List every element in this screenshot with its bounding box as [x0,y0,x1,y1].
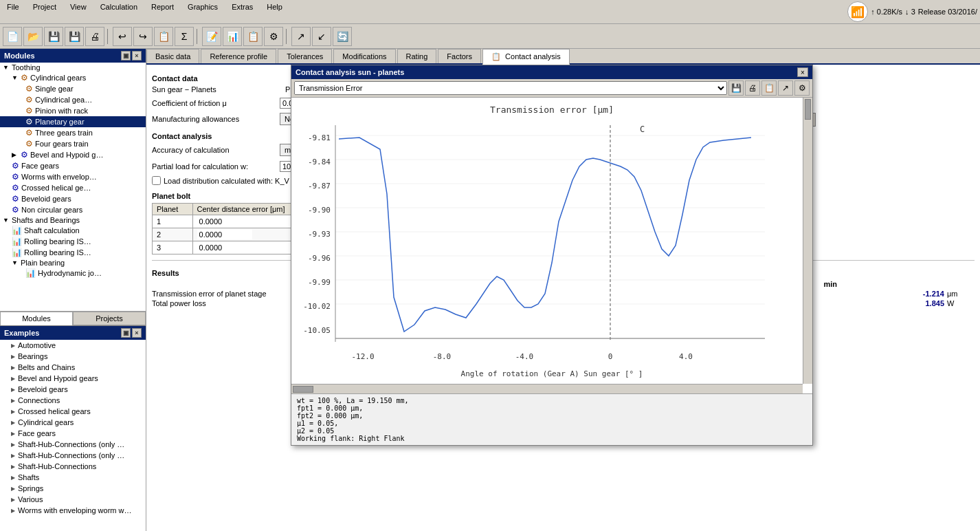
tree-pinion-rack[interactable]: ⚙ Pinion with rack [0,105,146,116]
example-belts[interactable]: Belts and Chains [0,362,146,373]
dialog-dropdown[interactable]: Transmission Error [294,81,727,95]
tree-shafts-bearings[interactable]: ▼ Shafts and Bearings [0,215,146,225]
example-springs[interactable]: Springs [0,483,146,494]
info-line-4: μ1 = 0.05, [297,420,807,427]
toolbar-save[interactable]: 💾 [44,27,63,46]
tree-rolling-bearing2[interactable]: 📊 Rolling bearing IS… [0,247,146,258]
example-automotive[interactable]: Automotive [0,340,146,351]
toolbar-export1[interactable]: ↗ [291,27,311,46]
menu-report[interactable]: Report [147,1,178,22]
menu-extras[interactable]: Extras [227,1,257,22]
svg-text:-4.0: -4.0 [515,352,534,361]
example-bevel-hypoid[interactable]: Bevel and Hypoid gears [0,373,146,384]
example-face-gears[interactable]: Face gears [0,428,146,439]
tree-cylindrical-gear[interactable]: ⚙ Cylindrical gea… [0,94,146,105]
cell-planet-2: 2 [153,228,193,241]
tab-modifications[interactable]: Modifications [333,49,395,63]
tab-basic-data[interactable]: Basic data [146,49,199,63]
tree-beveloid[interactable]: ⚙ Beveloid gears [0,193,146,204]
example-crossed-helical[interactable]: Crossed helical gears [0,406,146,417]
example-shaft-hub2[interactable]: Shaft-Hub-Connections (only … [0,450,146,461]
toolbar-undo[interactable]: ↩ [113,27,132,46]
tree-hydrodynamic[interactable]: 📊 Hydrodynamic jo… [0,268,146,279]
toolbar-export3[interactable]: 🔄 [333,27,352,46]
dialog-print-btn[interactable]: 🖨 [745,80,760,96]
input-center-2[interactable] [197,230,252,239]
toolbar-copy[interactable]: 📋 [154,27,173,46]
modules-tree: ▼ Toothing ▼ ⚙ Cylindrical gears ⚙ Singl… [0,63,146,311]
menu-view[interactable]: View [66,1,91,22]
example-various[interactable]: Various [0,494,146,505]
toolbar-gear[interactable]: ⚙ [264,27,283,46]
dialog-close-btn[interactable]: × [797,67,808,77]
toolbar-table[interactable]: 📋 [243,27,263,46]
tree-toothing[interactable]: ▼ Toothing [0,63,146,72]
tree-single-gear[interactable]: ⚙ Single gear [0,83,146,94]
input-center-3[interactable] [197,243,252,252]
tab-tolerances[interactable]: Tolerances [278,49,332,63]
example-shafts[interactable]: Shafts [0,472,146,483]
cylindrical-icon: ⚙ [21,73,28,83]
single-gear-icon: ⚙ [25,84,33,94]
tree-rolling-bearing1[interactable]: 📊 Rolling bearing IS… [0,236,146,247]
tab-modules[interactable]: Modules [0,312,73,325]
chart-hscrollbar[interactable] [291,384,803,393]
examples-restore-btn[interactable]: ▣ [121,328,131,338]
example-shaft-hub3[interactable]: Shaft-Hub-Connections [0,461,146,472]
load-dist-checkbox[interactable] [152,176,161,185]
toolbar-redo[interactable]: ↪ [133,27,153,46]
svg-text:-9.81: -9.81 [308,133,331,142]
tree-planetary-gear[interactable]: ⚙ Planetary gear [0,116,146,127]
tab-factors[interactable]: Factors [438,49,481,63]
menu-help[interactable]: Help [263,1,287,22]
panel-restore-btn[interactable]: ▣ [121,51,131,61]
worms-label: Worms with envelop… [21,173,97,181]
example-cylindrical[interactable]: Cylindrical gears [0,417,146,428]
example-beveloid[interactable]: Beveloid gears [0,384,146,395]
menu-file[interactable]: File [3,1,23,22]
examples-close-btn[interactable]: × [132,328,142,338]
toolbar: 📄 📂 💾 💾 🖨 ↩ ↪ 📋 Σ 📝 📊 📋 ⚙ ↗ ↙ 🔄 [0,24,980,49]
worms-icon: ⚙ [12,172,19,182]
dialog-export-btn[interactable]: ↗ [778,80,793,96]
toolbar-open[interactable]: 📂 [23,27,43,46]
example-connections[interactable]: Connections [0,395,146,406]
menu-graphics[interactable]: Graphics [183,1,222,22]
tab-contact-analysis[interactable]: 📋 Contact analysis [482,49,570,65]
toolbar-graph[interactable]: 📊 [223,27,242,46]
menu-calculation[interactable]: Calculation [96,1,142,22]
toolbar-export2[interactable]: ↙ [312,27,331,46]
tree-three-gears[interactable]: ⚙ Three gears train [0,127,146,138]
example-worms[interactable]: Worms with enveloping worm w… [0,505,146,516]
chart-vscrollbar[interactable] [803,98,812,384]
panel-close-btn[interactable]: × [132,51,142,61]
example-shaft-hub1[interactable]: Shaft-Hub-Connections (only … [0,439,146,450]
tree-worms[interactable]: ⚙ Worms with envelop… [0,171,146,182]
tree-plain-bearing[interactable]: ▼ Plain bearing [0,258,146,268]
toolbar-new[interactable]: 📄 [3,27,22,46]
toolbar-print[interactable]: 🖨 [85,27,104,46]
tree-cylindrical-gears[interactable]: ▼ ⚙ Cylindrical gears [0,72,146,83]
tree-crossed-helical[interactable]: ⚙ Crossed helical ge… [0,182,146,193]
toolbar-calc[interactable]: Σ [175,27,194,46]
cell-planet-1: 1 [153,215,193,228]
tab-projects[interactable]: Projects [73,312,146,325]
cylindrical-gear-label: Cylindrical gea… [35,96,92,104]
tree-bevel[interactable]: ▶ ⚙ Bevel and Hypoid g… [0,149,146,160]
example-bearings[interactable]: Bearings [0,351,146,362]
input-center-1[interactable] [197,217,252,226]
dialog-copy-btn[interactable]: 📋 [761,80,777,96]
tree-non-circular[interactable]: ⚙ Non circular gears [0,204,146,215]
sun-planets-header: Sun gear − Planets [152,85,216,94]
speed-down: ↓ 3 [905,8,915,16]
tree-face-gears[interactable]: ⚙ Face gears [0,160,146,171]
toolbar-report[interactable]: 📝 [202,27,221,46]
tree-shaft-calc[interactable]: 📊 Shaft calculation [0,225,146,236]
dialog-settings-btn[interactable]: ⚙ [794,80,810,96]
tree-four-gears[interactable]: ⚙ Four gears train [0,138,146,149]
tab-reference-profile[interactable]: Reference profile [201,49,276,63]
toolbar-save2[interactable]: 💾 [65,27,84,46]
menu-project[interactable]: Project [29,1,60,22]
tab-rating[interactable]: Rating [397,49,437,63]
dialog-save-btn[interactable]: 💾 [728,80,744,96]
